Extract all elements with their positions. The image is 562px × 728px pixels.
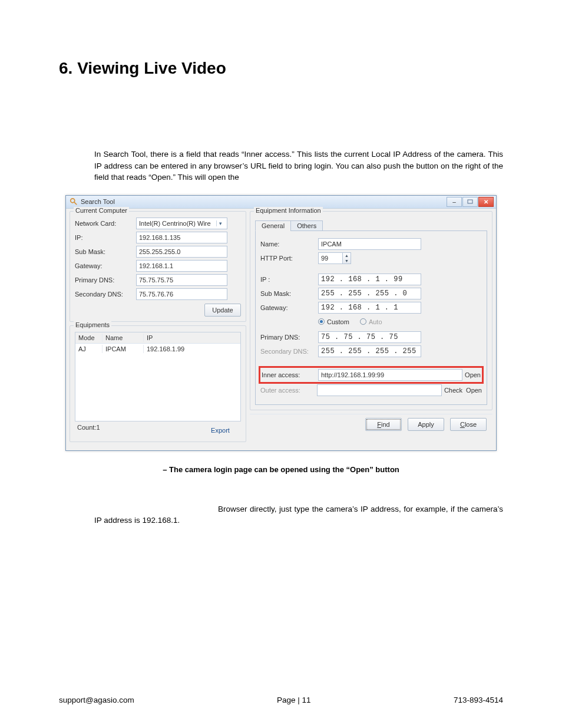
radio-auto-label: Auto (369, 318, 382, 325)
label-eq-pdns: Primary DNS: (260, 334, 318, 341)
apply-button[interactable]: Apply (408, 418, 444, 431)
col-ip[interactable]: IP (144, 334, 240, 342)
label-eq-gw: Gateway: (260, 304, 318, 311)
label-gw: Gateway: (75, 262, 136, 269)
cell-mode: AJ (75, 345, 103, 353)
label-eq-ip: IP : (260, 276, 318, 283)
label-pdns: Primary DNS: (75, 276, 136, 284)
inner-open-button[interactable]: Open (465, 371, 481, 378)
label-port: HTTP Port: (260, 255, 318, 262)
label-nic: Network Card: (75, 220, 136, 227)
label-inner-access: Inner access: (262, 371, 316, 378)
current-computer-group: Current Computer Network Card: Intel(R) … (70, 211, 246, 322)
outer-access-row: Outer access: Check Open (260, 384, 482, 396)
name-field[interactable]: IPCAM (318, 238, 421, 250)
label-eq-mask: Sub Mask: (260, 290, 318, 297)
close-button[interactable]: ✕ (478, 197, 494, 207)
nic-value: Intel(R) Centrino(R) Wire (139, 220, 211, 227)
group-title-equipments: Equipments (74, 321, 111, 328)
chevron-down-icon: ▾ (216, 220, 224, 226)
tab-others[interactable]: Others (290, 220, 323, 231)
minimize-button[interactable]: – (447, 197, 462, 207)
chevron-down-icon[interactable]: ▼ (343, 258, 351, 263)
radio-custom-label: Custom (327, 318, 349, 325)
tab-general[interactable]: General (255, 220, 291, 231)
window-title: Search Tool (81, 198, 446, 205)
tab-panel-general: Name:IPCAM HTTP Port: 99 ▲▼ IP :192 . 16… (255, 230, 487, 405)
chevron-up-icon[interactable]: ▲ (343, 253, 351, 258)
intro-paragraph: In Search Tool, there is a field that re… (59, 149, 503, 183)
export-button[interactable]: Export (202, 424, 239, 437)
search-tool-window: Search Tool – ✕ Current Computer Network… (65, 195, 497, 451)
gw-field[interactable]: 192.168.1.1 (136, 260, 227, 272)
radio-custom[interactable]: Custom (318, 318, 349, 325)
outer-check-button[interactable]: Check (444, 387, 462, 394)
footer-page: Page | 11 (277, 696, 311, 704)
close-dialog-button[interactable]: Close (450, 418, 487, 431)
find-label: ind (381, 421, 390, 428)
footer-email: support@agasio.com (59, 696, 134, 704)
group-title-equipment-info: Equipment Information (254, 207, 323, 214)
outer-access-field[interactable] (317, 384, 442, 396)
svg-rect-2 (468, 200, 472, 203)
app-icon (70, 197, 78, 206)
equipments-table[interactable]: Mode Name IP AJ IPCAM 192.168.1.99 (75, 332, 241, 421)
inner-access-row: Inner access: http://192.168.1.99:99 Ope… (260, 368, 482, 382)
label-outer-access: Outer access: (260, 387, 315, 394)
eq-sdns-field[interactable]: 255 . 255 . 255 . 255 (318, 345, 421, 357)
page-heading: 6. Viewing Live Video (59, 59, 503, 78)
footer-phone: 713-893-4514 (454, 696, 503, 704)
find-button[interactable]: Find (365, 418, 402, 431)
port-spinner[interactable]: 99 ▲▼ (318, 252, 351, 264)
label-sdns: Secondary DNS: (75, 291, 136, 298)
ip-field[interactable]: 192.168.1.135 (136, 232, 227, 243)
eq-gw-field[interactable]: 192 . 168 . 1 . 1 (318, 302, 421, 314)
label-ip: IP: (75, 234, 136, 241)
group-title-current-computer: Current Computer (74, 207, 129, 214)
table-row[interactable]: AJ IPCAM 192.168.1.99 (75, 344, 240, 354)
outer-open-button[interactable]: Open (466, 387, 482, 394)
label-mask: Sub Mask: (75, 248, 136, 255)
cell-ip: 192.168.1.99 (144, 345, 240, 353)
update-button[interactable]: Update (204, 304, 241, 317)
maximize-button[interactable] (462, 197, 478, 207)
figure-caption: – The camera login page can be opened us… (59, 465, 503, 474)
pdns-field[interactable]: 75.75.75.75 (136, 274, 227, 286)
trailing-paragraph: Browser directly, just type the camera’s… (59, 503, 503, 526)
eq-pdns-field[interactable]: 75 . 75 . 75 . 75 (318, 331, 421, 343)
port-value[interactable]: 99 (318, 252, 343, 264)
label-eq-sdns: Secondary DNS: (260, 348, 318, 355)
nic-select[interactable]: Intel(R) Centrino(R) Wire ▾ (136, 218, 227, 229)
mask-field[interactable]: 255.255.255.0 (136, 246, 227, 258)
equipment-info-group: Equipment Information General Others Nam… (250, 211, 492, 410)
cell-name: IPCAM (103, 345, 144, 353)
inner-access-field[interactable]: http://192.168.1.99:99 (318, 369, 462, 381)
table-header: Mode Name IP (75, 332, 240, 344)
svg-line-1 (74, 202, 77, 205)
radio-auto[interactable]: Auto (360, 318, 382, 325)
eq-mask-field[interactable]: 255 . 255 . 255 . 0 (318, 288, 421, 299)
label-name: Name: (260, 241, 318, 248)
count-label: Count:1 (77, 424, 100, 437)
col-name[interactable]: Name (103, 334, 144, 342)
equipments-group: Equipments Mode Name IP AJ IPCAM 192.168… (70, 325, 246, 442)
svg-point-0 (71, 199, 75, 203)
sdns-field[interactable]: 75.75.76.76 (136, 288, 227, 300)
spinner-buttons[interactable]: ▲▼ (343, 252, 351, 264)
eq-ip-field[interactable]: 192 . 168 . 1 . 99 (318, 274, 421, 285)
page-footer: support@agasio.com Page | 11 713-893-451… (59, 696, 503, 704)
col-mode[interactable]: Mode (75, 334, 103, 342)
